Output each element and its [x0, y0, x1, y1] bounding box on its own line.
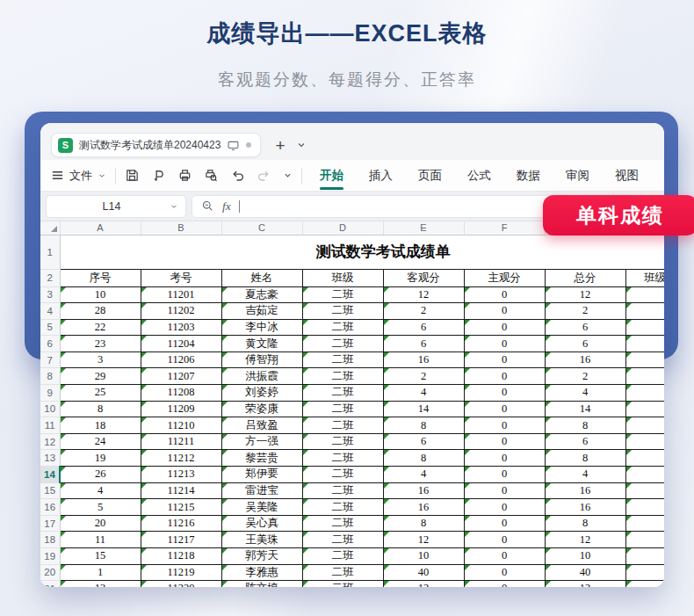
cell[interactable]: 11201: [141, 286, 221, 303]
more-commands-chevron-icon[interactable]: [283, 170, 293, 180]
cell[interactable]: 16: [383, 499, 464, 516]
cell[interactable]: 0: [464, 467, 545, 483]
cell[interactable]: 24: [60, 433, 141, 450]
cell[interactable]: 吴心真: [221, 515, 302, 532]
cell[interactable]: 40: [383, 564, 464, 581]
cell[interactable]: [625, 482, 664, 499]
cell[interactable]: 6: [545, 433, 625, 450]
cell[interactable]: 11212: [141, 450, 221, 467]
cell[interactable]: 14: [383, 401, 464, 417]
cell[interactable]: 黄文隆: [221, 336, 302, 352]
cell[interactable]: 0: [464, 303, 545, 320]
cell[interactable]: 11213: [141, 467, 221, 483]
cell[interactable]: 0: [464, 564, 545, 581]
cell[interactable]: 11208: [141, 385, 221, 402]
cell[interactable]: 23: [60, 336, 141, 352]
row-header[interactable]: 16: [40, 499, 60, 516]
cell[interactable]: 6: [545, 336, 625, 352]
cell[interactable]: 11219: [141, 564, 221, 581]
cell[interactable]: 3: [60, 351, 141, 368]
cell[interactable]: [625, 433, 664, 450]
cell[interactable]: 2: [383, 368, 464, 385]
cell[interactable]: 二班: [302, 467, 383, 483]
row-header[interactable]: 17: [40, 515, 60, 532]
ribbon-tab[interactable]: 数据: [517, 160, 540, 192]
row-header[interactable]: 2: [40, 269, 60, 286]
cell[interactable]: 6: [545, 319, 625, 336]
cell-reference-box[interactable]: L14: [46, 195, 186, 218]
cell[interactable]: 二班: [302, 351, 383, 368]
cell[interactable]: 刘姿婷: [221, 385, 302, 402]
cell[interactable]: 11: [60, 532, 141, 548]
column-header[interactable]: F: [464, 221, 545, 235]
cell[interactable]: 0: [464, 336, 545, 352]
column-header[interactable]: D: [302, 221, 383, 235]
tab-list-chevron-icon[interactable]: [296, 140, 307, 150]
cell[interactable]: 0: [464, 515, 545, 532]
ribbon-tab[interactable]: 审阅: [566, 160, 589, 192]
cell[interactable]: 28: [60, 303, 141, 320]
cell[interactable]: 二班: [302, 286, 383, 303]
cell[interactable]: 26: [60, 467, 141, 483]
row-header[interactable]: 6: [40, 336, 60, 352]
cell[interactable]: 二班: [302, 319, 383, 336]
cell[interactable]: 二班: [302, 401, 383, 417]
cell[interactable]: 王美珠: [221, 532, 302, 548]
row-header[interactable]: 4: [40, 303, 60, 320]
column-header[interactable]: C: [221, 221, 302, 235]
cell[interactable]: 黎芸贵: [221, 450, 302, 467]
ribbon-tab[interactable]: 插入: [369, 160, 393, 192]
cell[interactable]: [625, 385, 664, 402]
cell[interactable]: [625, 532, 664, 548]
cell[interactable]: [625, 515, 664, 532]
cell[interactable]: 二班: [302, 417, 383, 434]
header-cell[interactable]: 主观分: [464, 269, 545, 286]
cell[interactable]: [625, 499, 664, 516]
header-cell[interactable]: 总分: [545, 269, 625, 286]
cell[interactable]: 0: [464, 286, 545, 303]
cell[interactable]: 4: [383, 385, 464, 402]
cell[interactable]: 6: [383, 433, 464, 450]
cell[interactable]: 12: [545, 581, 625, 587]
header-cell[interactable]: 姓名: [221, 269, 302, 286]
cell[interactable]: 郭芳天: [221, 548, 302, 565]
row-header[interactable]: 9: [40, 385, 60, 402]
cell[interactable]: [625, 467, 664, 483]
cell[interactable]: 2: [545, 303, 625, 320]
cell[interactable]: 二班: [302, 336, 383, 352]
cell[interactable]: 8: [545, 450, 625, 467]
print-preview-icon[interactable]: [204, 168, 219, 183]
cell[interactable]: 二班: [302, 450, 383, 467]
row-header[interactable]: 18: [40, 532, 60, 548]
file-menu[interactable]: 文件: [51, 168, 106, 184]
row-header[interactable]: 3: [40, 286, 60, 303]
cell[interactable]: 0: [464, 433, 545, 450]
print-icon[interactable]: [177, 168, 192, 183]
cell[interactable]: [625, 336, 664, 352]
cell[interactable]: [625, 401, 664, 417]
cell[interactable]: 傅智翔: [221, 351, 302, 368]
cell[interactable]: [625, 450, 664, 467]
cell[interactable]: [625, 564, 664, 581]
cell[interactable]: 18: [60, 417, 141, 434]
cell[interactable]: 陈文填: [221, 581, 302, 587]
cell[interactable]: 0: [464, 450, 545, 467]
cell[interactable]: 11203: [141, 319, 221, 336]
cell[interactable]: 李中冰: [221, 319, 302, 336]
cell[interactable]: 40: [545, 564, 625, 581]
cell[interactable]: 0: [464, 548, 545, 565]
cell[interactable]: 0: [464, 319, 545, 336]
cell[interactable]: 12: [545, 286, 625, 303]
cell[interactable]: 20: [60, 515, 141, 532]
select-all-button[interactable]: [40, 221, 60, 235]
cell[interactable]: 夏志豪: [221, 286, 302, 303]
cell[interactable]: 李雅惠: [221, 564, 302, 581]
header-cell[interactable]: 班级: [302, 269, 383, 286]
cell[interactable]: 12: [383, 286, 464, 303]
cell[interactable]: [625, 319, 664, 336]
cell[interactable]: 吕致盈: [221, 417, 302, 434]
cell[interactable]: 6: [383, 319, 464, 336]
column-header[interactable]: B: [141, 221, 221, 235]
cell[interactable]: 二班: [302, 532, 383, 548]
cell[interactable]: 二班: [302, 385, 383, 402]
